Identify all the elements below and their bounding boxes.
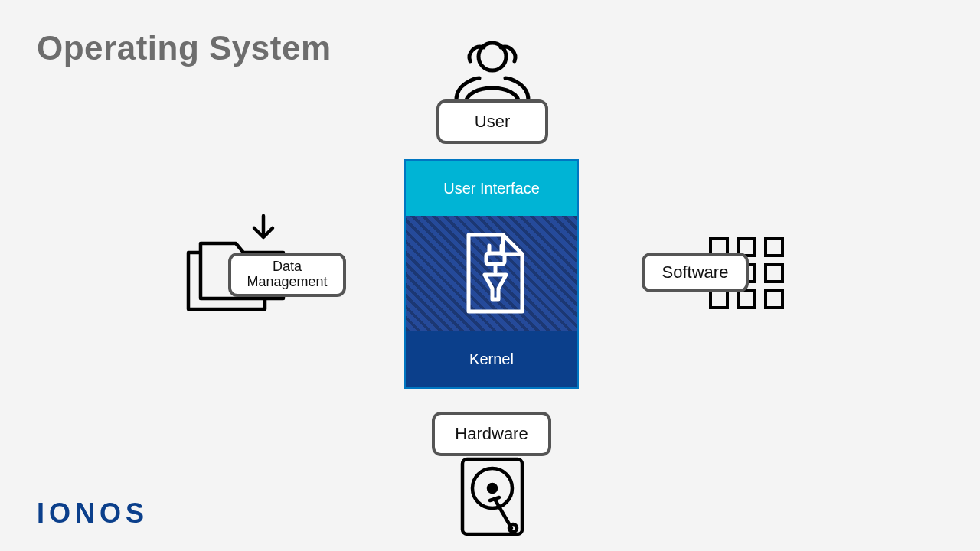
- layer-middle: [406, 216, 577, 331]
- label-data-management: DataManagement: [228, 253, 346, 297]
- svg-rect-9: [710, 291, 727, 308]
- label-software: Software: [642, 253, 749, 292]
- brand-logo: IONOS: [37, 497, 149, 530]
- label-hardware: Hardware: [432, 412, 551, 456]
- svg-rect-11: [766, 291, 782, 308]
- layer-kernel: Kernel: [406, 331, 577, 387]
- harddisk-icon: [458, 455, 527, 539]
- os-stack: User Interface Kernel: [404, 159, 579, 389]
- layer-user-interface: User Interface: [406, 161, 577, 216]
- svg-rect-5: [766, 239, 782, 256]
- user-group-icon: [443, 38, 542, 107]
- svg-rect-10: [738, 291, 755, 308]
- svg-rect-8: [766, 265, 782, 282]
- plug-file-icon: [449, 227, 534, 319]
- page-title: Operating System: [37, 29, 332, 67]
- svg-point-14: [488, 484, 496, 492]
- label-user: User: [436, 99, 548, 144]
